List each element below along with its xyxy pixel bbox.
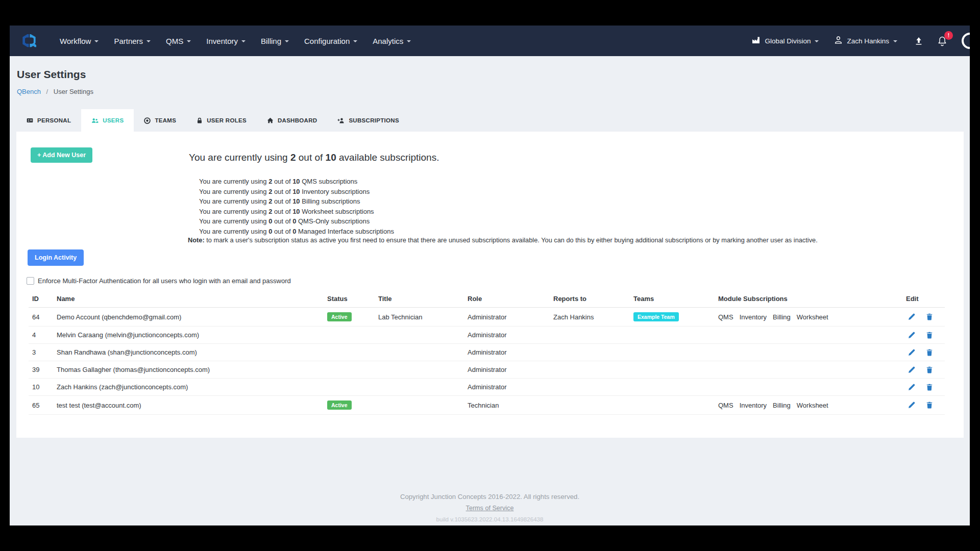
settings-tab[interactable]: USERS xyxy=(81,109,134,132)
used-count: 2 xyxy=(268,197,272,205)
edit-user-icon[interactable] xyxy=(908,349,915,356)
nav-menu-item[interactable]: Inventory xyxy=(206,37,246,45)
edit-user-icon[interactable] xyxy=(908,384,915,391)
notifications-bell-icon[interactable]: ! xyxy=(937,36,947,46)
user-title-cell xyxy=(375,344,464,361)
tab-label: USER ROLES xyxy=(207,117,247,123)
edit-user-icon[interactable] xyxy=(908,313,915,320)
col-status: Status xyxy=(324,292,375,308)
delete-user-icon[interactable] xyxy=(926,332,933,339)
nav-menu-label: Configuration xyxy=(304,37,350,45)
subscription-type-label: Billing subscriptions xyxy=(302,197,360,205)
mfa-checkbox[interactable] xyxy=(27,277,34,285)
settings-tab[interactable]: TEAMS xyxy=(134,109,186,132)
tab-label: DASHBOARD xyxy=(278,117,317,123)
delete-user-icon[interactable] xyxy=(926,402,933,409)
nav-menu-label: Inventory xyxy=(206,37,238,45)
status-badge: Active xyxy=(327,400,352,410)
build-version-text: build v.1035623.2022.04.13.1649826438 xyxy=(10,516,970,522)
chevron-down-icon xyxy=(815,40,819,42)
edit-user-icon[interactable] xyxy=(908,332,915,339)
subscriptions-heading: You are currently using 2 out of 10 avai… xyxy=(189,152,439,163)
module-subscriptions-cell xyxy=(715,344,902,361)
nav-menu-item[interactable]: Configuration xyxy=(304,37,357,45)
user-name-cell: Melvin Caraang (melvin@junctionconcepts.… xyxy=(53,327,324,344)
page-footer: Copyright Junction Concepts 2016-2022. A… xyxy=(10,493,970,525)
module-subscription-tag: Billing xyxy=(773,402,791,409)
division-selector[interactable]: Global Division xyxy=(752,36,819,45)
settings-tab[interactable]: PERSONAL xyxy=(16,109,81,132)
user-role-cell: Technician xyxy=(464,396,550,415)
edit-user-icon[interactable] xyxy=(908,402,915,409)
mfa-label: Enforce Multi-Factor Authentication for … xyxy=(38,277,291,285)
add-new-user-button[interactable]: + Add New User xyxy=(31,147,92,163)
factory-icon xyxy=(752,36,761,45)
nav-menu-item[interactable]: Billing xyxy=(261,37,289,45)
terms-of-service-link[interactable]: Terms of Service xyxy=(466,505,514,512)
users-tab-panel: + Add New User You are currently using 2… xyxy=(16,132,964,438)
user-table-row: 64 Demo Account (qbenchdemo@gmail.com) A… xyxy=(29,308,945,327)
home-icon xyxy=(267,117,274,123)
user-table-row: 65 test test (test@account.com) Active T… xyxy=(29,396,945,415)
person-icon xyxy=(834,36,843,46)
upload-icon[interactable] xyxy=(915,37,923,45)
col-reports-to: Reports to xyxy=(550,292,630,308)
settings-tab[interactable]: DASHBOARD xyxy=(257,109,327,132)
delete-user-icon[interactable] xyxy=(926,313,933,320)
nav-menu-item[interactable]: Analytics xyxy=(373,37,411,45)
col-id: ID xyxy=(29,292,53,308)
user-menu[interactable]: Zach Hankins xyxy=(834,36,897,46)
module-subscriptions-cell: QMSInventoryBillingWorksheet xyxy=(715,396,902,415)
used-count: 2 xyxy=(268,208,272,215)
nav-menu-label: Billing xyxy=(261,37,281,45)
users-table: ID Name Status Title Role Reports to Tea… xyxy=(29,292,945,415)
mfa-row: Enforce Multi-Factor Authentication for … xyxy=(27,277,291,285)
lock-icon xyxy=(197,117,203,124)
user-id-cell: 39 xyxy=(29,361,53,379)
breadcrumb: QBench / User Settings xyxy=(17,88,93,95)
chevron-down-icon xyxy=(241,40,246,42)
reports-to-cell: Zach Hankins xyxy=(550,308,630,327)
edit-user-icon[interactable] xyxy=(908,366,915,373)
delete-user-icon[interactable] xyxy=(926,384,933,391)
module-subscription-tag: QMS xyxy=(718,402,733,409)
copyright-text: Copyright Junction Concepts 2016-2022. A… xyxy=(10,493,970,500)
user-name-cell: Demo Account (qbenchdemo@gmail.com) xyxy=(53,308,324,327)
qbench-logo-icon[interactable] xyxy=(20,33,37,48)
chevron-down-icon xyxy=(146,40,151,42)
used-count: 2 xyxy=(268,178,272,185)
help-circle-icon[interactable] xyxy=(962,33,970,49)
delete-user-icon[interactable] xyxy=(926,366,933,373)
chevron-down-icon xyxy=(893,40,897,42)
status-badge: Active xyxy=(327,312,352,321)
col-edit: Edit xyxy=(902,292,945,308)
used-count: 2 xyxy=(290,152,296,163)
settings-tab[interactable]: SUBSCRIPTIONS xyxy=(327,109,409,132)
delete-user-icon[interactable] xyxy=(926,349,933,356)
login-activity-button[interactable]: Login Activity xyxy=(28,249,84,266)
user-id-cell: 3 xyxy=(29,344,53,361)
user-role-cell: Administrator xyxy=(464,344,550,361)
col-title: Title xyxy=(375,292,464,308)
module-subscription-tag: Worksheet xyxy=(797,313,828,321)
col-name: Name xyxy=(53,292,324,308)
subscription-type-label: QMS subscriptions xyxy=(302,178,357,185)
used-count: 0 xyxy=(268,217,272,225)
nav-menu-item[interactable]: Workflow xyxy=(60,37,99,45)
nav-menu-item[interactable]: Partners xyxy=(114,37,151,45)
nav-menu-label: Partners xyxy=(114,37,143,45)
nav-menu-label: QMS xyxy=(166,37,183,45)
user-name-cell: Shan Randhawa (shan@junctionconcepts.com… xyxy=(53,344,324,361)
total-count: 10 xyxy=(292,178,300,185)
subscription-usage-line: You are currently using 2 out of 10 Inve… xyxy=(199,187,394,197)
settings-tab[interactable]: USER ROLES xyxy=(186,109,257,132)
subscription-usage-list: You are currently using 2 out of 10 QMS … xyxy=(199,177,394,236)
app-window: Workflow Partners QMS Inventory xyxy=(10,26,970,525)
nav-menu-item[interactable]: QMS xyxy=(166,37,191,45)
user-role-cell: Administrator xyxy=(464,327,550,344)
tab-label: TEAMS xyxy=(155,117,176,123)
reports-to-cell xyxy=(550,344,630,361)
user-id-cell: 65 xyxy=(29,396,53,415)
breadcrumb-home-link[interactable]: QBench xyxy=(17,88,41,95)
user-title-cell xyxy=(375,379,464,396)
